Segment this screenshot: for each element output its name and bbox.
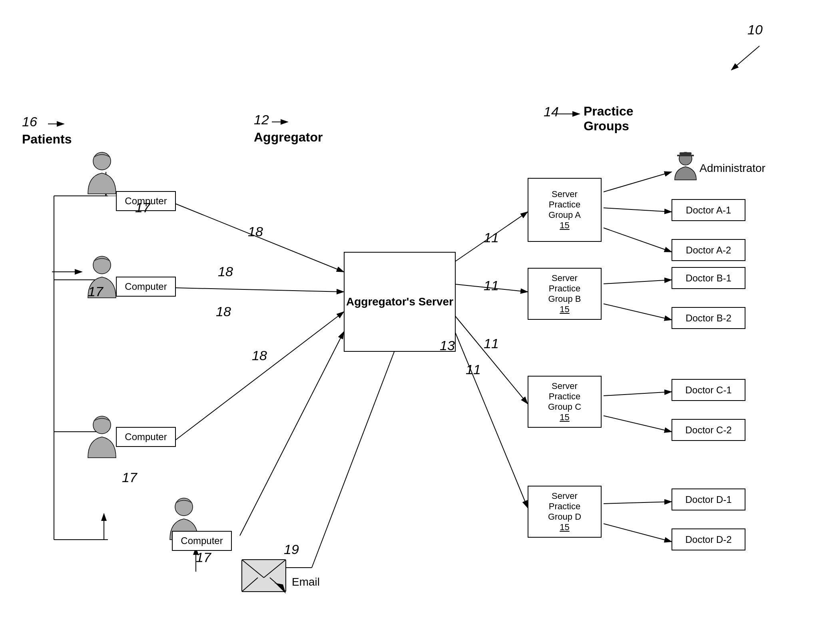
ref18d-label: 18 <box>252 348 267 363</box>
server-practice-group-d-box: ServerPracticeGroup D15 <box>528 486 602 538</box>
ref17b-label: 17 <box>88 284 103 299</box>
svg-line-2 <box>731 46 759 70</box>
patients-label: Patients <box>22 132 72 147</box>
svg-line-23 <box>604 172 672 192</box>
doctor-d2-box: Doctor D-2 <box>672 528 745 550</box>
ref14-label: 14 <box>544 104 559 120</box>
svg-point-35 <box>93 152 111 170</box>
svg-line-28 <box>604 392 672 396</box>
ref17d-label: 17 <box>196 550 211 565</box>
svg-point-38 <box>175 498 193 516</box>
ref10-label: 10 <box>747 22 763 38</box>
ref12-label: 12 <box>254 112 269 128</box>
svg-line-31 <box>604 524 672 542</box>
practice-groups-label: PracticeGroups <box>584 104 634 134</box>
svg-line-29 <box>604 416 672 432</box>
ref11b-label: 11 <box>484 278 499 293</box>
ref18b-label: 18 <box>218 264 233 279</box>
doctor-b1-box: Doctor B-1 <box>672 267 745 289</box>
email-icon <box>240 556 288 597</box>
ref18c-label: 18 <box>216 304 231 319</box>
ref11c-label: 11 <box>484 336 499 351</box>
doctor-c1-box: Doctor C-1 <box>672 379 745 401</box>
doctor-a1-box: Doctor A-1 <box>672 199 745 221</box>
server-practice-group-a-box: ServerPracticeGroup A15 <box>528 178 602 242</box>
doctor-d1-box: Doctor D-1 <box>672 488 745 510</box>
svg-line-24 <box>604 208 672 212</box>
svg-point-37 <box>93 416 111 434</box>
svg-line-27 <box>604 304 672 320</box>
ref19-label: 19 <box>284 542 299 557</box>
ref17c-label: 17 <box>122 470 137 485</box>
svg-line-17 <box>176 312 344 440</box>
svg-rect-40 <box>680 152 692 155</box>
svg-line-30 <box>604 502 672 504</box>
server-practice-group-b-box: ServerPracticeGroup B15 <box>528 268 602 320</box>
administrator-label: Administrator <box>699 162 765 175</box>
computer3-box: Computer <box>116 427 176 447</box>
doctor-a2-box: Doctor A-2 <box>672 239 745 261</box>
svg-line-21 <box>452 312 528 404</box>
ref17a-label: 17 <box>135 200 150 215</box>
svg-rect-41 <box>677 155 694 156</box>
aggregator-server-box: Aggregator's Server <box>344 252 456 352</box>
svg-line-32 <box>312 348 396 568</box>
server-practice-group-c-box: ServerPracticeGroup C15 <box>528 376 602 428</box>
svg-point-36 <box>93 256 111 274</box>
svg-line-16 <box>176 288 344 292</box>
ref18a-label: 18 <box>248 224 263 239</box>
svg-line-22 <box>452 324 528 508</box>
ref11d-label: 11 <box>466 362 481 377</box>
computer4-box: Computer <box>172 531 232 551</box>
svg-line-26 <box>604 280 672 284</box>
administrator-icon <box>672 150 699 183</box>
aggregator-label: Aggregator <box>254 130 323 145</box>
doctor-b2-box: Doctor B-2 <box>672 307 745 329</box>
ref16-label: 16 <box>22 114 37 130</box>
email-label: Email <box>292 576 320 588</box>
ref11a-label: 11 <box>484 230 499 245</box>
svg-line-25 <box>604 228 672 252</box>
doctor-c2-box: Doctor C-2 <box>672 419 745 441</box>
computer2-box: Computer <box>116 277 176 297</box>
ref13-label: 13 <box>440 338 455 353</box>
